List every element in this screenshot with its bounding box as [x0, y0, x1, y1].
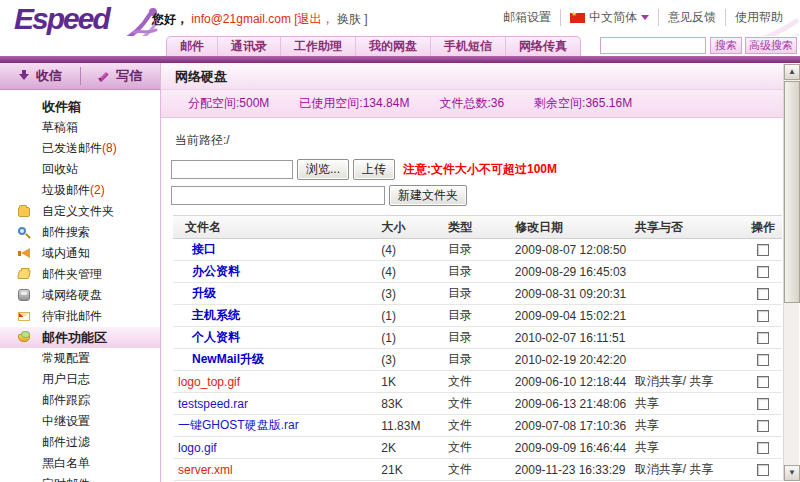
date-cell: 2009-09-09 16:46:44	[515, 441, 635, 455]
share-toggle-cell[interactable]: 取消共享/ 共享	[635, 461, 745, 478]
sidebar-item-3[interactable]: 回收站	[0, 159, 160, 180]
scrollbar-thumb[interactable]	[784, 81, 800, 303]
help-link[interactable]: 使用帮助	[725, 9, 792, 26]
compose-mail-button[interactable]: 写信	[81, 63, 161, 89]
file-name-link[interactable]: server.xml	[178, 463, 233, 477]
sidebar-item-10[interactable]: 待审批邮件	[0, 306, 160, 327]
sidebar-item-11[interactable]: 邮件功能区	[0, 327, 160, 348]
file-row: logo_top.gif1K文件2009-06-10 12:18:44取消共享/…	[173, 371, 782, 393]
file-name-link[interactable]: NewMail升级	[178, 352, 264, 366]
sidebar-item-5[interactable]: 自定义文件夹	[0, 201, 160, 222]
row-checkbox[interactable]	[757, 332, 769, 344]
feedback-link[interactable]: 意见反馈	[658, 9, 725, 26]
file-name-link[interactable]: 个人资料	[178, 330, 240, 344]
sidebar-menu: 收件箱草稿箱已发送邮件(8)回收站垃圾邮件(2)自定义文件夹邮件搜索域内通知邮件…	[0, 90, 160, 482]
file-name-link[interactable]: 办公资料	[178, 264, 240, 278]
file-name-link[interactable]: 主机系统	[178, 308, 240, 322]
date-cell: 2009-08-07 12:08:50	[515, 243, 635, 257]
file-name-link[interactable]: logo.gif	[178, 441, 217, 455]
vertical-scrollbar[interactable]: ▲ ▼	[783, 64, 799, 481]
sidebar-item-9[interactable]: 域网络硬盘	[0, 285, 160, 306]
row-checkbox[interactable]	[757, 354, 769, 366]
sidebar-item-17[interactable]: 黑白名单	[0, 453, 160, 474]
sidebar-item-label: 草稿箱	[42, 120, 78, 134]
new-folder-input[interactable]	[171, 186, 385, 205]
row-checkbox[interactable]	[757, 376, 769, 388]
file-name-link[interactable]: 一键GHOST硬盘版.rar	[178, 418, 299, 432]
tab-0[interactable]: 邮件	[167, 37, 217, 56]
sidebar-item-7[interactable]: 域内通知	[0, 243, 160, 264]
operation-cell	[745, 397, 782, 411]
upload-row: 浏览... 上传 注意:文件大小不可超过100M	[171, 159, 782, 180]
sidebar-item-2[interactable]: 已发送邮件(8)	[0, 138, 160, 159]
row-checkbox[interactable]	[757, 420, 769, 432]
sidebar-item-label: 域网络硬盘	[42, 288, 102, 302]
unread-count-badge: (2)	[90, 183, 105, 197]
espeed-logo: Espeed	[14, 2, 109, 36]
row-checkbox[interactable]	[757, 310, 769, 322]
tab-4[interactable]: 手机短信	[430, 37, 505, 56]
tab-1[interactable]: 通讯录	[217, 37, 280, 56]
sidebar-item-16[interactable]: 邮件过滤	[0, 432, 160, 453]
operation-cell	[745, 265, 782, 279]
row-checkbox[interactable]	[757, 442, 769, 454]
upload-file-input[interactable]	[171, 160, 293, 179]
size-cell: (3)	[381, 353, 448, 367]
greeting-hello: 您好，	[152, 12, 188, 26]
sidebar-toolbar: 收信 写信	[0, 63, 160, 90]
search-mag-icon	[18, 227, 26, 235]
tab-2[interactable]: 工作助理	[280, 37, 355, 56]
sidebar-item-0[interactable]: 收件箱	[0, 96, 160, 117]
file-name-link[interactable]: testspeed.rar	[178, 397, 248, 411]
sidebar-item-12[interactable]: 常规配置	[0, 348, 160, 369]
tab-5[interactable]: 网络传真	[505, 37, 580, 56]
scroll-down-arrow-icon[interactable]: ▼	[784, 465, 800, 481]
sidebar-item-6[interactable]: 邮件搜索	[0, 222, 160, 243]
new-folder-button[interactable]: 新建文件夹	[389, 185, 467, 206]
size-cell: (1)	[381, 331, 448, 345]
share-toggle-cell[interactable]: 共享	[635, 439, 745, 456]
tab-3[interactable]: 我的网盘	[355, 37, 430, 56]
sidebar-item-8[interactable]: 邮件夹管理	[0, 264, 160, 285]
search-input[interactable]	[600, 37, 706, 54]
sidebar-item-1[interactable]: 草稿箱	[0, 117, 160, 138]
size-cell: 21K	[381, 463, 448, 477]
sidebar-item-13[interactable]: 用户日志	[0, 369, 160, 390]
row-checkbox[interactable]	[757, 244, 769, 256]
receive-mail-button[interactable]: 收信	[0, 63, 80, 89]
file-name-link[interactable]: 接口	[178, 242, 216, 256]
column-header-5: 操作	[745, 219, 782, 236]
size-cell: (4)	[381, 243, 448, 257]
share-toggle-cell[interactable]: 共享	[635, 395, 745, 412]
sidebar-item-4[interactable]: 垃圾邮件(2)	[0, 180, 160, 201]
speaker-icon	[21, 248, 30, 258]
mailbox-settings-link[interactable]: 邮箱设置	[494, 9, 560, 26]
file-name-link[interactable]: 升级	[178, 286, 216, 300]
share-toggle-cell[interactable]: 共享	[635, 417, 745, 434]
name-cell: NewMail升级	[173, 351, 381, 368]
quota-stats-bar: 分配空间:500M已使用空间:134.84M文件总数:36剩余空间:365.16…	[161, 90, 800, 118]
change-skin-link[interactable]: 换肤 ]	[337, 12, 368, 26]
browse-button[interactable]: 浏览...	[297, 159, 349, 180]
sidebar-item-label: 中继设置	[42, 414, 90, 428]
name-cell: logo.gif	[173, 441, 381, 455]
share-toggle-cell[interactable]: 取消共享/ 共享	[635, 373, 745, 390]
sidebar-item-18[interactable]: 定时邮件	[0, 474, 160, 482]
scroll-up-arrow-icon[interactable]: ▲	[784, 64, 800, 80]
sidebar-item-15[interactable]: 中继设置	[0, 411, 160, 432]
advanced-search-button[interactable]: 高级搜索	[745, 37, 797, 54]
row-checkbox[interactable]	[757, 266, 769, 278]
file-name-link[interactable]: logo_top.gif	[178, 375, 240, 389]
content-area: 当前路径:/ 浏览... 上传 注意:文件大小不可超过100M 新建文件夹 文件…	[161, 119, 782, 482]
row-checkbox[interactable]	[757, 398, 769, 410]
row-checkbox[interactable]	[757, 464, 769, 476]
search-button[interactable]: 搜索	[710, 37, 742, 54]
row-checkbox[interactable]	[757, 288, 769, 300]
language-selector[interactable]: 中文简体	[560, 9, 658, 26]
file-row: logo.gif2K文件2009-09-09 16:46:44共享	[173, 437, 782, 459]
sidebar-item-14[interactable]: 邮件跟踪	[0, 390, 160, 411]
sidebar-item-label: 待审批邮件	[42, 309, 102, 323]
upload-button[interactable]: 上传	[353, 159, 395, 180]
logout-link[interactable]: [退出，	[294, 12, 333, 26]
type-cell: 目录	[448, 241, 515, 258]
